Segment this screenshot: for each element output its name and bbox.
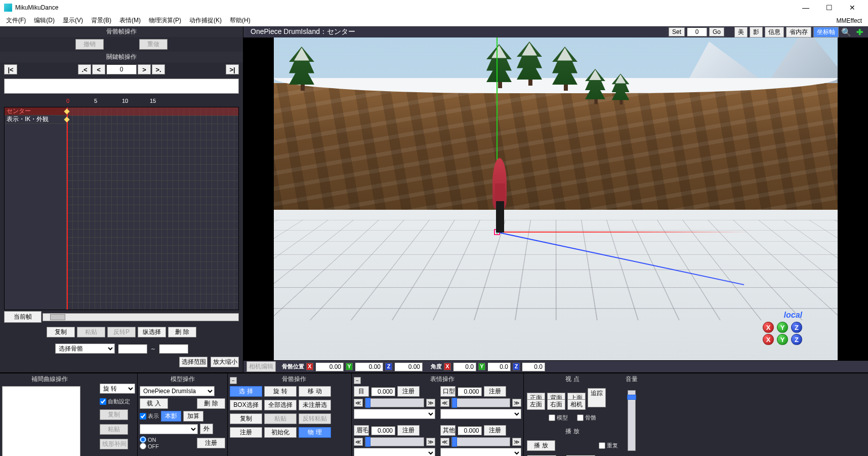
curve-canvas[interactable]: [2, 386, 80, 456]
repeat-checkbox[interactable]: 重复: [599, 442, 618, 449]
slider-prev-icon[interactable]: ≪: [354, 399, 363, 407]
menu-expression[interactable]: 表情(M): [115, 15, 145, 26]
expr-brow-register[interactable]: 注册: [397, 425, 420, 436]
minimize-button[interactable]: ―: [794, 0, 817, 15]
frame-next-key-button[interactable]: >.: [152, 64, 165, 74]
bone-all-button[interactable]: 全部选择: [264, 400, 297, 410]
bone-register-button[interactable]: 注册: [230, 427, 262, 438]
model-load-button[interactable]: 载 入: [140, 398, 168, 409]
range-from-input[interactable]: [118, 344, 147, 354]
axis-move-y[interactable]: Y: [777, 334, 788, 345]
curve-paste-button[interactable]: 粘贴: [100, 424, 128, 435]
menu-help[interactable]: 帮助(H): [226, 15, 255, 26]
plus-icon[interactable]: ✚: [854, 27, 865, 37]
view-camera-button[interactable]: 相机: [567, 399, 586, 410]
character-model[interactable]: [490, 158, 510, 234]
bone-paste-button[interactable]: 粘贴: [264, 413, 297, 424]
expr-brow-slider[interactable]: [365, 437, 424, 446]
expr-other-register[interactable]: 注册: [484, 425, 506, 436]
curve-copy-button[interactable]: 复制: [100, 409, 128, 420]
magnifier-icon[interactable]: 🔍: [841, 27, 852, 37]
timeline-scrollbar[interactable]: [43, 313, 239, 321]
view-left-button[interactable]: 左面: [527, 399, 545, 410]
select-range-button[interactable]: 选择范围: [179, 357, 208, 367]
collapse-icon[interactable]: −: [230, 377, 237, 384]
model-outer-button[interactable]: 外: [200, 424, 213, 434]
curve-axis-dropdown[interactable]: 旋 转: [100, 384, 135, 394]
view-right-button[interactable]: 右面: [547, 399, 565, 410]
undo-button[interactable]: 撤销: [75, 39, 104, 50]
close-button[interactable]: ✕: [841, 0, 864, 15]
menu-edit[interactable]: 编辑(D): [30, 15, 59, 26]
expr-eye-register[interactable]: 注册: [397, 386, 420, 397]
view-model-checkbox[interactable]: 模型: [549, 414, 568, 422]
model-sub-dropdown[interactable]: [140, 424, 198, 434]
bone-rotate-button[interactable]: 旋 转: [264, 386, 297, 397]
bone-copy-button[interactable]: 复制: [230, 413, 262, 424]
set-button[interactable]: Set: [669, 27, 685, 36]
axes-button[interactable]: 坐标軸: [813, 27, 839, 37]
axis-rot-x[interactable]: X: [763, 322, 774, 333]
model-register-button[interactable]: 注册: [197, 438, 225, 448]
expr-eye-button[interactable]: 目: [354, 386, 369, 397]
model-delete-button[interactable]: 删 除: [197, 398, 225, 409]
model-on-radio[interactable]: ON: [140, 436, 159, 443]
set-value[interactable]: 0: [687, 27, 707, 36]
bone-select-button[interactable]: 选 择: [230, 386, 262, 397]
expr-mouth-dropdown[interactable]: [440, 409, 522, 419]
expr-mouth-button[interactable]: 口型: [440, 386, 456, 397]
expr-brow-dropdown[interactable]: [354, 448, 435, 456]
expr-brow-value[interactable]: 0.000: [371, 426, 395, 435]
play-button[interactable]: 播 放: [527, 440, 555, 451]
render-view[interactable]: local X Y Z X Y Z: [274, 37, 838, 360]
ang-x-field[interactable]: 0.0: [453, 362, 476, 371]
frame-last-button[interactable]: >|: [226, 64, 239, 74]
auto-set-checkbox[interactable]: 自動設定: [100, 398, 135, 405]
expr-other-button[interactable]: 其他: [440, 425, 456, 436]
menu-mocap[interactable]: 动作捕捉(K): [185, 15, 226, 26]
model-show-checkbox[interactable]: 表示: [140, 412, 159, 420]
bone-physics-button[interactable]: 物 理: [299, 427, 331, 438]
expr-other-dropdown[interactable]: [440, 448, 522, 456]
frame-delete-button[interactable]: 删 除: [168, 327, 196, 337]
ang-y-field[interactable]: 0.0: [487, 362, 511, 371]
savemem-button[interactable]: 省内存: [786, 27, 811, 37]
axis-rot-y[interactable]: Y: [777, 322, 788, 333]
beauty-button[interactable]: 美: [734, 27, 748, 37]
track-row[interactable]: 表示・IK・外観: [5, 116, 66, 124]
menu-display[interactable]: 显示(V): [59, 15, 87, 26]
bone-box-button[interactable]: BOX选择: [230, 400, 262, 410]
model-add-button[interactable]: 加算: [183, 411, 203, 422]
menu-physics[interactable]: 物理演算(P): [145, 15, 185, 26]
bone-revpaste-button[interactable]: 反转粘贴: [299, 413, 331, 424]
shadow-button[interactable]: 影: [750, 27, 763, 37]
frame-prev-key-button[interactable]: .<: [78, 64, 91, 74]
axis-rot-z[interactable]: Z: [791, 322, 802, 333]
frame-first-button[interactable]: |<: [4, 64, 17, 74]
select-bone-dropdown[interactable]: 选择骨骼: [55, 344, 115, 354]
pos-z-field[interactable]: 0.00: [394, 362, 423, 371]
expr-mouth-register[interactable]: 注册: [484, 386, 506, 397]
expr-other-slider[interactable]: [451, 437, 511, 446]
zoom-button[interactable]: 放大缩小: [211, 357, 239, 367]
frame-input[interactable]: [106, 64, 137, 74]
expr-eye-value[interactable]: 0.000: [371, 387, 395, 396]
expr-other-value[interactable]: 0.000: [458, 426, 482, 435]
frame-next-button[interactable]: >: [138, 64, 151, 74]
view-bone-checkbox[interactable]: 骨骼: [577, 414, 596, 422]
expr-eye-dropdown[interactable]: [354, 409, 435, 419]
axis-move-z[interactable]: Z: [791, 334, 802, 345]
range-to-input[interactable]: [159, 344, 188, 354]
pos-y-field[interactable]: 0.00: [355, 362, 383, 371]
menu-file[interactable]: 文件(F): [2, 15, 30, 26]
curve-linear-button[interactable]: 线形补间: [100, 439, 128, 449]
expr-mouth-slider[interactable]: [451, 398, 511, 407]
info-button[interactable]: 信息: [765, 27, 784, 37]
timeline-grid[interactable]: センター 表示・IK・外観: [4, 107, 239, 310]
viewport[interactable]: OnePiece DrumIsland：センター Set 0 Go 美 影 信息…: [243, 26, 868, 372]
camera-edit-button[interactable]: 相机编辑: [246, 361, 276, 372]
frame-prev-button[interactable]: <: [92, 64, 105, 74]
bone-init-button[interactable]: 初始化: [264, 427, 297, 438]
frame-colselect-button[interactable]: 纵选择: [138, 327, 166, 337]
model-off-radio[interactable]: OFF: [140, 443, 159, 449]
